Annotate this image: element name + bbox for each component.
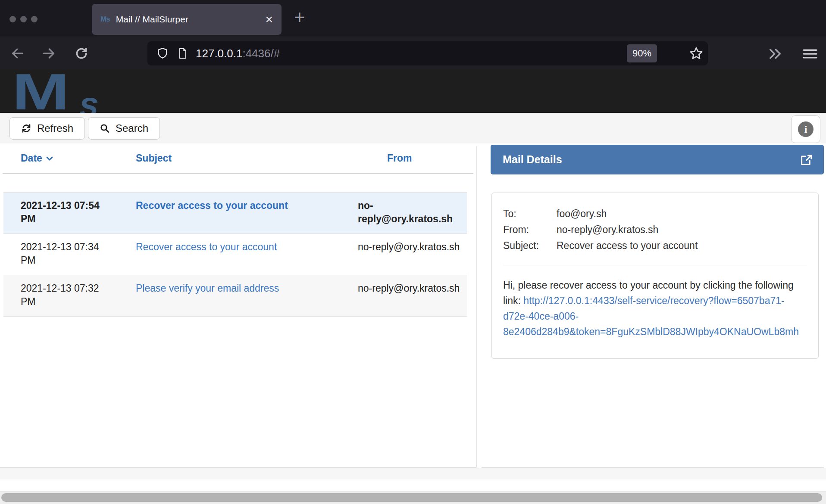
back-icon[interactable]: [10, 46, 25, 61]
window-close-dot[interactable]: [9, 16, 16, 22]
recovery-link[interactable]: http://127.0.0.1:4433/self-service/recov…: [503, 295, 799, 337]
mail-subject-link[interactable]: Please verify your email address: [136, 283, 279, 294]
bookmark-star-icon[interactable]: [689, 46, 704, 61]
overflow-chevrons-icon[interactable]: [767, 48, 781, 62]
info-icon: i: [798, 121, 813, 137]
mailslurper-window: Ms Mail // MailSlurper × + 127.0.0.1:443…: [0, 0, 826, 504]
mail-list-header: Date Subject From: [3, 143, 467, 173]
app-header: Ms: [0, 69, 826, 113]
external-link-icon[interactable]: [800, 153, 813, 167]
card-divider: [503, 265, 807, 265]
mailslurper-logo: Ms: [12, 69, 72, 113]
page-info-icon[interactable]: [177, 47, 189, 59]
forward-icon[interactable]: [41, 46, 56, 61]
search-button[interactable]: Search: [88, 117, 160, 140]
new-tab-button[interactable]: +: [294, 8, 305, 27]
mail-subject: Recover access to your account: [136, 199, 358, 226]
date-header-label: Date: [21, 152, 42, 164]
to-label: To:: [503, 206, 557, 222]
mail-details-pane: Mail Details To:foo@ory.sh From:no-reply…: [482, 143, 824, 468]
pane-divider: [476, 146, 477, 468]
mail-from: no-reply@ory.kratos.sh: [358, 199, 467, 226]
logo-letter-m: M: [12, 69, 67, 113]
mail-subject-link[interactable]: Recover access to your account: [136, 200, 288, 211]
horizontal-scrollbar[interactable]: [0, 492, 826, 504]
mail-subject: Please verify your email address: [136, 282, 358, 308]
url-host: 127.0.0.1: [196, 47, 242, 60]
mail-date: 2021-12-13 07:54 PM: [3, 199, 136, 226]
window-controls[interactable]: [9, 16, 38, 22]
mail-row[interactable]: 2021-12-13 07:34 PM Recover access to yo…: [3, 233, 467, 275]
browser-navbar: 127.0.0.1:4436/# 90%: [0, 37, 826, 69]
column-header-from[interactable]: From: [387, 152, 467, 164]
window-maximize-dot[interactable]: [31, 16, 38, 22]
mail-rows: 2021-12-13 07:54 PM Recover access to yo…: [3, 192, 467, 317]
refresh-icon: [21, 123, 31, 134]
mail-from: no-reply@ory.kratos.sh: [358, 282, 467, 308]
browser-tab[interactable]: Ms Mail // MailSlurper ×: [92, 4, 282, 35]
mail-subject-link[interactable]: Recover access to your account: [136, 241, 277, 252]
mail-body: Hi, please recover access to your accoun…: [503, 277, 807, 339]
menu-hamburger-icon[interactable]: [802, 48, 817, 62]
refresh-label: Refresh: [37, 122, 73, 134]
bottom-white-strip: [0, 479, 826, 492]
browser-titlebar: Ms Mail // MailSlurper × +: [0, 0, 826, 37]
to-value: foo@ory.sh: [557, 206, 807, 222]
column-header-date[interactable]: Date: [3, 152, 136, 164]
horizontal-scrollbar-thumb[interactable]: [1, 493, 822, 502]
main-content: Date Subject From 2021-12-13 07:54 PM Re…: [0, 143, 826, 504]
mail-details-card: To:foo@ory.sh From:no-reply@ory.kratos.s…: [491, 193, 819, 359]
mail-subject: Recover access to your account: [136, 240, 358, 267]
info-button[interactable]: i: [791, 115, 820, 143]
search-label: Search: [116, 122, 148, 134]
column-header-subject[interactable]: Subject: [136, 152, 358, 164]
search-icon: [100, 123, 110, 134]
window-minimize-dot[interactable]: [20, 16, 27, 22]
reload-icon[interactable]: [74, 46, 89, 61]
mail-list-pane: Date Subject From 2021-12-13 07:54 PM Re…: [0, 143, 476, 468]
tab-favicon-icon: Ms: [100, 15, 110, 24]
header-divider: [3, 173, 473, 174]
from-label: From:: [503, 222, 557, 238]
from-value: no-reply@ory.kratos.sh: [557, 222, 807, 238]
shield-icon[interactable]: [156, 47, 169, 60]
sort-chevron-down-icon: [46, 156, 53, 162]
url-text: 127.0.0.1:4436/#: [196, 47, 280, 60]
mail-row[interactable]: 2021-12-13 07:32 PM Please verify your e…: [3, 275, 467, 317]
mail-details-title: Mail Details: [503, 153, 800, 166]
mail-row[interactable]: 2021-12-13 07:54 PM Recover access to yo…: [3, 192, 467, 233]
tab-title: Mail // MailSlurper: [116, 14, 261, 25]
subject-label: Subject:: [503, 238, 557, 254]
logo-letter-s: s: [79, 85, 99, 113]
url-path: :4436/#: [242, 47, 280, 60]
mail-details-header: Mail Details: [491, 145, 824, 174]
url-bar[interactable]: 127.0.0.1:4436/# 90%: [147, 41, 708, 65]
tab-close-icon[interactable]: ×: [265, 13, 273, 26]
refresh-button[interactable]: Refresh: [9, 117, 85, 140]
subject-value: Recover access to your account: [557, 238, 807, 254]
mail-date: 2021-12-13 07:34 PM: [3, 240, 136, 267]
app-toolbar: Refresh Search i: [0, 113, 826, 143]
mail-date: 2021-12-13 07:32 PM: [3, 282, 136, 308]
bottom-gray-strip: [0, 468, 826, 479]
zoom-level-badge[interactable]: 90%: [627, 44, 657, 62]
mail-from: no-reply@ory.kratos.sh: [358, 240, 467, 267]
